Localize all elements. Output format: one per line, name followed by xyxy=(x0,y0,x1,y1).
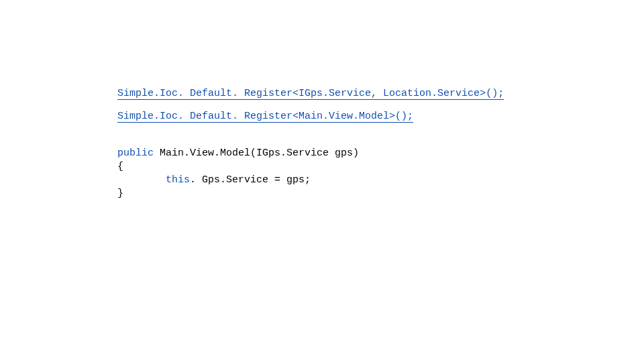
code-line-4: { xyxy=(117,160,644,174)
code-line-6: } xyxy=(117,187,644,200)
code-line-3: public Main.View.Model(IGps.Service gps) xyxy=(117,147,644,160)
code-text: Simple.Ioc. Default. Register<IGps.Servi… xyxy=(117,88,504,100)
keyword-this: this xyxy=(166,174,190,186)
code-line-5: this. Gps.Service = gps; xyxy=(117,174,644,187)
code-block: Simple.Ioc. Default. Register<IGps.Servi… xyxy=(0,0,644,201)
code-text: Simple.Ioc. Default. Register<Main.View.… xyxy=(117,111,413,123)
code-line-2: Simple.Ioc. Default. Register<Main.View.… xyxy=(117,110,644,123)
code-line-1: Simple.Ioc. Default. Register<IGps.Servi… xyxy=(117,87,644,101)
keyword-public: public xyxy=(117,147,154,159)
